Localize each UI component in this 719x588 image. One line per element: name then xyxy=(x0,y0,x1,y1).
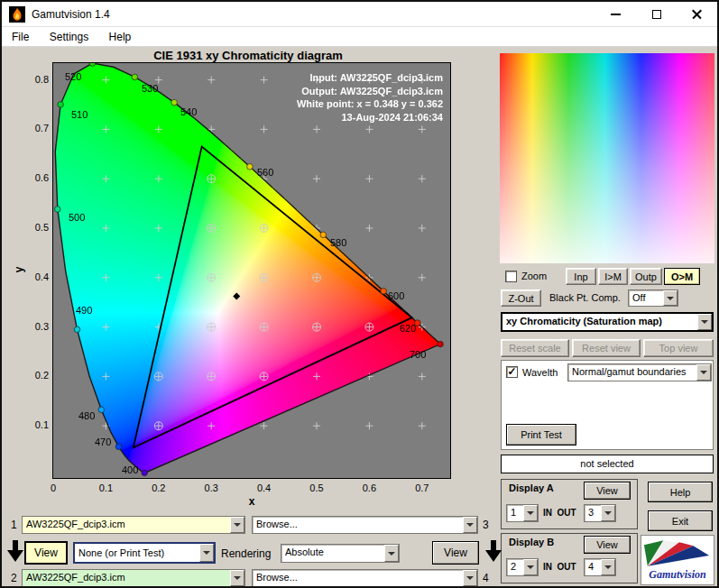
reset-scale-button[interactable]: Reset scale xyxy=(501,339,569,357)
view-3-4-button[interactable]: View xyxy=(432,541,479,565)
profile2-select[interactable]: AW3225QF_dcip3.icm xyxy=(22,569,245,587)
menu-help[interactable]: Help xyxy=(101,27,140,47)
boundaries-value: Normal/gamut boundaries xyxy=(568,364,696,381)
profile1-number: 1 xyxy=(11,519,17,531)
x-tick-label: 0.6 xyxy=(355,482,383,493)
display-b-in-value: 2 xyxy=(507,559,523,575)
display4-number: 4 xyxy=(483,572,489,584)
display-b-inout-label: IN OUT xyxy=(543,562,576,572)
y-tick-label: 0.2 xyxy=(23,370,49,381)
display-b-title: Display B xyxy=(509,537,554,547)
x-tick-label: 0.3 xyxy=(198,482,225,493)
chevron-down-icon xyxy=(463,570,477,586)
chevron-down-icon xyxy=(523,505,538,521)
black-pt-comp-label: Black Pt. Comp. xyxy=(549,292,621,303)
chromaticity-canvas[interactable] xyxy=(53,63,450,478)
zoom-label: Zoom xyxy=(521,271,547,281)
chevron-down-icon xyxy=(384,545,399,562)
y-tick-label: 0.7 xyxy=(23,123,49,133)
gamutvision-logo: Gamutvision xyxy=(641,535,714,585)
y-tick-label: 0.4 xyxy=(23,271,49,282)
profile2-number: 2 xyxy=(11,572,17,584)
y-tick-label: 0.8 xyxy=(23,74,49,85)
menu-file[interactable]: File xyxy=(4,27,37,47)
wavelth-checkbox[interactable]: ✓ xyxy=(506,366,518,378)
profile1-value: AW3225QF_dcip3.icm xyxy=(23,517,230,533)
wavelth-label: Wavelth xyxy=(522,367,558,378)
chevron-down-icon xyxy=(230,570,244,586)
window-title: Gamutvision 1.4 xyxy=(32,8,110,21)
status-box: not selected xyxy=(501,455,714,473)
display-mode-select[interactable]: xy Chromaticity (Saturation map) xyxy=(501,312,714,332)
x-tick-label: 0.4 xyxy=(251,482,278,493)
chart-info-overlay: Input: AW3225QF_dcip3.icm Output: AW3225… xyxy=(297,71,443,124)
chromaticity-plot[interactable]: Input: AW3225QF_dcip3.icm Output: AW3225… xyxy=(53,63,450,478)
display-a-title: Display A xyxy=(509,482,554,493)
z-out-button[interactable]: Z-Out xyxy=(501,289,541,307)
menu-bar: File Settings Help xyxy=(2,27,717,47)
display-a-out-select[interactable]: 3 xyxy=(584,504,616,522)
black-pt-comp-value: Off xyxy=(629,290,663,306)
chevron-down-icon xyxy=(523,559,538,575)
rendering-intent-select[interactable]: Absolute xyxy=(281,544,400,563)
display-a-in-select[interactable]: 1 xyxy=(506,504,539,522)
black-pt-comp-select[interactable]: Off xyxy=(628,289,678,307)
view-1-2-button[interactable]: View xyxy=(24,541,68,565)
chevron-down-icon xyxy=(601,559,615,575)
display-a-view-button[interactable]: View xyxy=(584,482,631,500)
reset-view-button[interactable]: Reset view xyxy=(572,339,641,357)
overlay-whitepoint-line: White point: x = 0.348 y = 0.362 xyxy=(297,97,443,111)
chevron-down-icon xyxy=(663,290,678,306)
zoom-checkbox[interactable] xyxy=(505,271,517,282)
browse2-select[interactable]: Browse... xyxy=(252,569,478,587)
chevron-down-icon xyxy=(230,517,244,533)
intent-select[interactable]: None (or Print Test) xyxy=(73,542,216,564)
maximize-button[interactable] xyxy=(636,2,677,26)
display-b-view-button[interactable]: View xyxy=(584,536,631,554)
close-button[interactable] xyxy=(677,2,717,26)
menu-settings[interactable]: Settings xyxy=(41,27,97,47)
y-tick-label: 0.6 xyxy=(23,172,49,183)
chevron-down-icon xyxy=(199,544,214,562)
minimize-button[interactable] xyxy=(595,2,636,26)
help-button[interactable]: Help xyxy=(648,482,713,502)
browse2-value: Browse... xyxy=(253,570,463,586)
logo-text: Gamutvision xyxy=(641,568,714,581)
inp-button[interactable]: Inp xyxy=(566,268,596,285)
intent-value: None (or Print Test) xyxy=(75,544,199,562)
title-bar: Gamutvision 1.4 xyxy=(2,2,717,27)
x-tick-label: 0.7 xyxy=(409,482,436,493)
x-axis-title: x xyxy=(53,495,450,508)
x-tick-label: 0.1 xyxy=(92,482,119,493)
saturation-map-preview xyxy=(500,53,714,263)
down-arrow-icon xyxy=(7,540,23,565)
top-view-button[interactable]: Top view xyxy=(643,339,714,357)
exit-button[interactable]: Exit xyxy=(648,510,713,531)
display-b-in-select[interactable]: 2 xyxy=(506,558,539,576)
o-to-m-button[interactable]: O>M xyxy=(664,268,700,285)
i-to-m-button[interactable]: I>M xyxy=(598,268,628,285)
overlay-output-line: Output: AW3225QF_dcip3.icm xyxy=(297,85,443,98)
profile2-value: AW3225QF_dcip3.icm xyxy=(23,570,230,586)
close-icon xyxy=(691,8,703,20)
chevron-down-icon xyxy=(601,505,615,521)
overlay-input-line: Input: AW3225QF_dcip3.icm xyxy=(297,71,443,85)
profile1-select[interactable]: AW3225QF_dcip3.icm xyxy=(22,516,245,534)
y-tick-label: 0.1 xyxy=(23,419,49,430)
check-icon: ✓ xyxy=(507,367,517,377)
display-a-inout-label: IN OUT xyxy=(543,508,576,518)
browse1-value: Browse... xyxy=(253,517,463,533)
display-a-out-value: 3 xyxy=(585,505,601,521)
maximize-icon xyxy=(652,10,661,19)
display3-number: 3 xyxy=(483,519,489,531)
chart-title: CIE 1931 xy Chromaticity diagram xyxy=(9,49,487,62)
logo-graphic xyxy=(642,537,713,568)
browse1-select[interactable]: Browse... xyxy=(252,516,478,534)
chevron-down-icon xyxy=(697,314,712,330)
app-icon xyxy=(9,6,25,23)
display-b-out-select[interactable]: 4 xyxy=(584,558,616,576)
outp-button[interactable]: Outp xyxy=(630,268,662,285)
y-tick-label: 0.3 xyxy=(23,321,49,332)
print-test-button[interactable]: Print Test xyxy=(506,424,576,446)
boundaries-select[interactable]: Normal/gamut boundaries xyxy=(567,363,712,381)
